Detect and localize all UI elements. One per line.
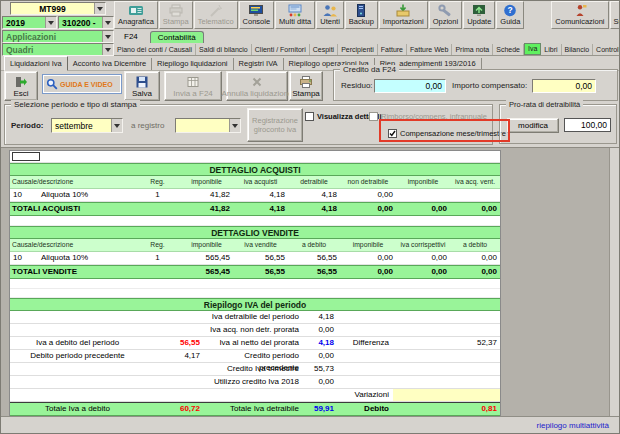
chevron-down-icon[interactable] (102, 31, 113, 42)
toolbar-button-utenti[interactable]: Utenti (316, 1, 344, 29)
toolbar-button-supporto[interactable]: G Supporto (610, 1, 620, 29)
prorata-input[interactable]: 100,00 (564, 118, 611, 132)
column-header: a debito (450, 239, 500, 251)
toolbar-button-update[interactable]: Update (463, 1, 495, 29)
app-window: MT999 2019 310200 - Applicazioni Quadri … (0, 0, 620, 434)
modifica-button[interactable]: modifica (507, 118, 559, 133)
checkbox-icon[interactable] (305, 112, 314, 121)
toolbar-button-opzioni[interactable]: Opzioni (429, 1, 462, 29)
grid-selector-cell[interactable] (12, 152, 40, 161)
toolbar-label: Multi ditta (279, 17, 311, 26)
toolbar-label: Supporto (614, 17, 620, 26)
riepilogo-section: Riepilogo IVA del periodoIva detraibile … (10, 298, 500, 429)
grid-top-row (10, 151, 500, 163)
acquisti-header-row: Causale/descrizioneReg.imponibileiva acq… (10, 176, 500, 189)
row-value (393, 311, 500, 323)
totals-value: 60,72 (145, 403, 203, 415)
annulla-liquidazione-button[interactable]: Annulla liquidazione (226, 71, 288, 101)
salva-button[interactable]: Salva (124, 71, 160, 101)
section-tab-clienti-fornitori[interactable]: Clienti / Fornitori (252, 44, 310, 55)
section-tab-bilancio[interactable]: Bilancio (562, 44, 594, 55)
printer-icon (299, 75, 313, 89)
checkbox-rimborso-infrannuale[interactable]: Rimborso/compens. infrannuale (369, 112, 487, 121)
section-tab-iva[interactable]: Iva (524, 43, 541, 55)
chevron-down-icon[interactable] (229, 119, 240, 132)
section-tab-piano-dei-conti-causali[interactable]: Piano dei conti / Causali (114, 44, 196, 55)
registrazione-giroconto-button[interactable]: Registrazione giroconto iva (247, 108, 303, 142)
esci-button[interactable]: Esci (4, 71, 38, 101)
causale-code: 10 (10, 189, 38, 201)
chevron-down-icon[interactable] (111, 119, 122, 132)
module-tab-contabilita[interactable]: Contabilità (150, 31, 204, 43)
row-label: Iva acq. non detr. prorata (203, 324, 303, 336)
riepilogo-row: Iva acq. non detr. prorata0,00 (10, 324, 500, 337)
iva-tab-riepilogo-liquidazioni[interactable]: Riepilogo liquidazioni (152, 58, 233, 70)
section-tab-fatture-web[interactable]: Fatture Web (407, 44, 452, 55)
total-value: 0,00 (340, 203, 396, 215)
telematico-icon (208, 3, 224, 17)
iva-tab-liquidazioni-iva[interactable]: Liquidazioni Iva (4, 56, 68, 71)
chevron-down-icon[interactable] (45, 17, 56, 28)
section-tab-saldi-di-bilancio[interactable]: Saldi di bilancio (196, 44, 252, 55)
year-combo[interactable]: 2019 (2, 16, 57, 29)
toolbar-button-stampa[interactable]: Stampa (159, 1, 193, 29)
stampa-button[interactable]: Stampa (289, 71, 323, 101)
section-tab-cespiti[interactable]: Cespiti (310, 44, 338, 55)
section-tab-percipienti[interactable]: Percipienti (338, 44, 378, 55)
guida-e-video-button[interactable]: GUIDA E VIDEO (42, 74, 122, 94)
checkbox-checked-icon[interactable] (388, 129, 397, 138)
toolbar-button-comunicazioni[interactable]: Comunicazioni (551, 1, 608, 29)
section-tab-fatture[interactable]: Fatture (378, 44, 407, 55)
account-combo[interactable]: 310200 - (58, 16, 114, 29)
section-tab-schede[interactable]: Schede (493, 44, 524, 55)
row-value: 4,17 (145, 350, 203, 362)
chevron-down-icon[interactable] (94, 3, 105, 14)
salva-label: Salva (132, 89, 152, 98)
toolbar-button-importazioni[interactable]: Importazioni (379, 1, 428, 29)
module-tab-f24[interactable]: F24 (117, 31, 145, 43)
grid-icon (187, 75, 199, 89)
row-value (145, 324, 203, 336)
row-label (10, 311, 145, 323)
toolbar-button-console[interactable]: Console (239, 1, 275, 29)
toolbar-button-guida[interactable]: ? Guida (496, 1, 524, 29)
toolbar-button-anagrafica[interactable]: Anagrafica (114, 1, 158, 29)
registro-combo[interactable] (175, 118, 241, 133)
toolbar-button-backup[interactable]: Backup (345, 1, 378, 29)
console-icon (248, 3, 264, 17)
section-tab-controlli[interactable]: Controlli (593, 44, 620, 55)
toolbar-button-multi-ditta[interactable]: Multi ditta (275, 1, 315, 29)
section-tab-prima-nota[interactable]: Prima nota (452, 44, 493, 55)
residuo-input[interactable]: 0,00 (374, 79, 446, 93)
totals-label: Totale Iva a debito (10, 403, 145, 415)
row-value: 0,00 (303, 376, 337, 388)
toolbar-button-telematico[interactable]: Telematico (194, 1, 238, 29)
iva-tab-registri-iva[interactable]: Registri IVA (234, 58, 284, 70)
chevron-down-icon[interactable] (102, 17, 113, 28)
invia-a-f24-label: Invia a F24 (173, 89, 213, 98)
row-value (145, 363, 203, 375)
applicazioni-combo[interactable]: Applicazioni (2, 30, 114, 43)
invia-a-f24-button[interactable]: Invia a F24 (164, 71, 222, 101)
checkbox-label: Rimborso/compens. infrannuale (381, 112, 487, 121)
cell-value: 4,18 (233, 189, 288, 201)
toolbar-label: Utenti (320, 17, 340, 26)
checkbox-icon[interactable] (369, 112, 378, 121)
row-value: 0,00 (303, 350, 337, 362)
periodo-combo[interactable]: settembre (51, 118, 123, 133)
quadri-combo[interactable]: Quadri (2, 43, 114, 56)
chevron-down-icon[interactable] (102, 44, 113, 55)
section-tab-libri[interactable]: Libri (541, 44, 561, 55)
column-header: Causale/descrizione (10, 176, 135, 188)
iva-tab-acconto-iva-dicembre[interactable]: Acconto Iva Dicembre (68, 58, 152, 70)
company-code: MT999 (11, 4, 94, 14)
riepilogo-row: Iva detraibile del periodo4,18 (10, 311, 500, 324)
column-header: Causale/descrizione (10, 239, 135, 251)
toolbar-label: Opzioni (433, 17, 458, 26)
riepilogo-multiattivita-link[interactable]: riepilogo multiattività (537, 421, 609, 430)
company-combo[interactable]: MT999 (10, 2, 106, 15)
checkbox-compensazione-mese-trimestre[interactable]: Compensazione mese/trimestre (388, 129, 506, 138)
cell-value (396, 189, 450, 201)
importo-compensato-input[interactable]: 0,00 (532, 79, 596, 93)
total-value: 565,45 (180, 266, 233, 278)
